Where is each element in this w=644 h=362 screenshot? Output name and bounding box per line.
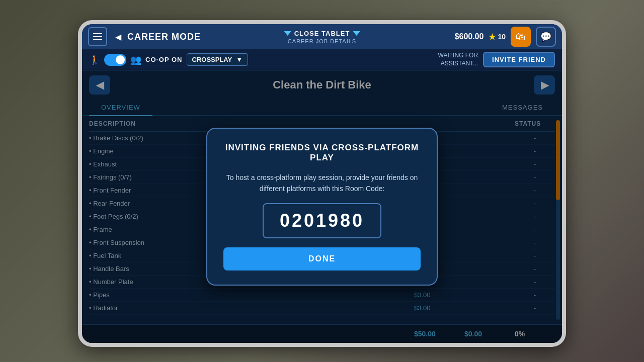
waiting-section: WAITING FOR ASSISTANT... INVITE FRIEND bbox=[438, 52, 555, 67]
main-content: ◀ Clean the Dirt Bike ▶ OVERVIEW MESSAGE… bbox=[82, 70, 562, 343]
close-tablet-label: CLOSE TABLET bbox=[294, 30, 350, 37]
coop-toggle[interactable] bbox=[104, 54, 126, 66]
hamburger-line bbox=[93, 39, 102, 40]
close-tablet-button[interactable]: CLOSE TABLET bbox=[284, 30, 360, 37]
crossplay-dropdown[interactable]: CROSSPLAY ▼ bbox=[187, 53, 249, 66]
invite-modal: INVITING FRIENDS VIA CROSS-PLATFORM PLAY… bbox=[206, 128, 438, 286]
crossplay-label: CROSSPLAY bbox=[192, 56, 232, 63]
room-code-box: 0201980 bbox=[263, 203, 381, 238]
top-right-section: $600.00 ★ 10 🛍 💬 bbox=[455, 27, 556, 47]
career-job-details-label: CAREER JOB DETAILS bbox=[288, 38, 356, 44]
hamburger-line bbox=[93, 33, 102, 34]
modal-description: To host a cross-platform play session, p… bbox=[223, 172, 421, 195]
money-display: $600.00 bbox=[455, 32, 484, 41]
modal-overlay: INVITING FRIENDS VIA CROSS-PLATFORM PLAY… bbox=[82, 70, 562, 343]
chat-icon: 💬 bbox=[540, 31, 551, 42]
top-bar: ◀ CAREER MODE CLOSE TABLET CAREER JOB DE… bbox=[82, 24, 562, 49]
person-coop-icon: 👥 bbox=[130, 54, 141, 65]
close-tablet-section: CLOSE TABLET CAREER JOB DETAILS bbox=[284, 30, 360, 44]
crossplay-dropdown-arrow: ▼ bbox=[236, 56, 243, 63]
hamburger-button[interactable] bbox=[88, 27, 107, 46]
career-mode-label: CAREER MODE bbox=[127, 32, 201, 42]
person-solo-icon: 🚶 bbox=[89, 54, 100, 65]
shop-button[interactable]: 🛍 bbox=[511, 27, 531, 47]
done-button[interactable]: DONE bbox=[223, 247, 421, 270]
tablet-inner: ◀ CAREER MODE CLOSE TABLET CAREER JOB DE… bbox=[82, 24, 562, 343]
stars-display: ★ 10 bbox=[489, 32, 506, 42]
stars-count: 10 bbox=[498, 33, 506, 41]
sub-bar: 🚶 👥 CO-OP ON CROSSPLAY ▼ WAITING FOR ASS… bbox=[82, 49, 562, 70]
coop-section: 🚶 👥 CO-OP ON CROSSPLAY ▼ bbox=[89, 53, 248, 66]
chat-button[interactable]: 💬 bbox=[536, 27, 556, 47]
room-code: 0201980 bbox=[280, 210, 364, 231]
coop-label: CO-OP ON bbox=[145, 56, 183, 63]
tablet-frame: ◀ CAREER MODE CLOSE TABLET CAREER JOB DE… bbox=[78, 20, 566, 347]
invite-friend-button[interactable]: INVITE FRIEND bbox=[483, 52, 555, 67]
modal-title: INVITING FRIENDS VIA CROSS-PLATFORM PLAY bbox=[223, 143, 421, 163]
hamburger-line bbox=[93, 36, 102, 37]
back-arrow-button[interactable]: ◀ bbox=[111, 30, 125, 44]
star-icon: ★ bbox=[489, 32, 496, 42]
shop-icon: 🛍 bbox=[516, 31, 526, 43]
waiting-text: WAITING FOR ASSISTANT... bbox=[438, 52, 478, 67]
dropdown-right-icon bbox=[353, 31, 360, 36]
dropdown-left-icon bbox=[284, 31, 291, 36]
